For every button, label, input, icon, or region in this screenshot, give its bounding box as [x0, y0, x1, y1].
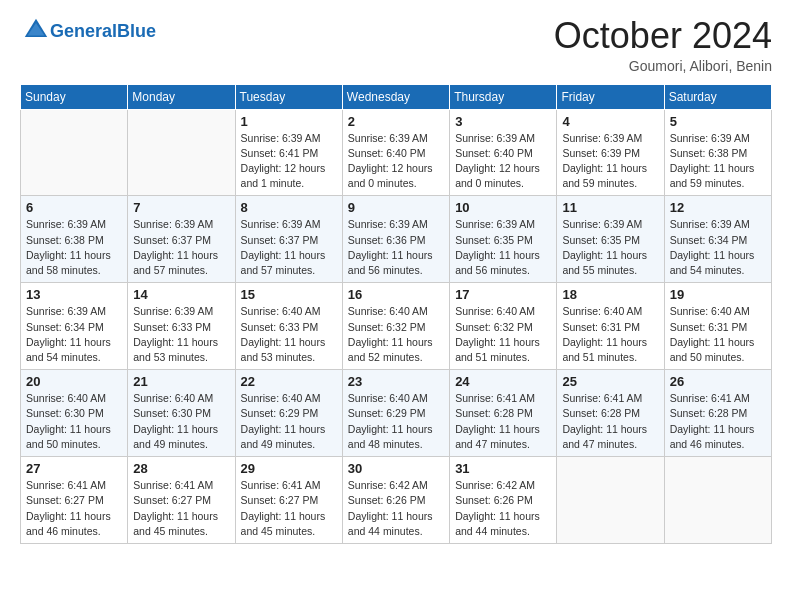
calendar-cell: [21, 109, 128, 196]
day-info: Sunrise: 6:41 AMSunset: 6:28 PMDaylight:…: [562, 391, 658, 452]
day-number: 11: [562, 200, 658, 215]
day-number: 4: [562, 114, 658, 129]
day-number: 20: [26, 374, 122, 389]
calendar-cell: 3Sunrise: 6:39 AMSunset: 6:40 PMDaylight…: [450, 109, 557, 196]
calendar-header-thursday: Thursday: [450, 84, 557, 109]
day-info: Sunrise: 6:39 AMSunset: 6:35 PMDaylight:…: [562, 217, 658, 278]
day-number: 18: [562, 287, 658, 302]
calendar-cell: 15Sunrise: 6:40 AMSunset: 6:33 PMDayligh…: [235, 283, 342, 370]
day-number: 8: [241, 200, 337, 215]
day-number: 16: [348, 287, 444, 302]
calendar-cell: 21Sunrise: 6:40 AMSunset: 6:30 PMDayligh…: [128, 370, 235, 457]
day-info: Sunrise: 6:39 AMSunset: 6:40 PMDaylight:…: [455, 131, 551, 192]
calendar-cell: 27Sunrise: 6:41 AMSunset: 6:27 PMDayligh…: [21, 457, 128, 544]
calendar-table: SundayMondayTuesdayWednesdayThursdayFrid…: [20, 84, 772, 544]
calendar-cell: [128, 109, 235, 196]
day-info: Sunrise: 6:41 AMSunset: 6:27 PMDaylight:…: [241, 478, 337, 539]
day-number: 7: [133, 200, 229, 215]
logo-text: GeneralBlue: [50, 22, 156, 42]
day-info: Sunrise: 6:40 AMSunset: 6:32 PMDaylight:…: [455, 304, 551, 365]
day-info: Sunrise: 6:39 AMSunset: 6:38 PMDaylight:…: [26, 217, 122, 278]
logo: GeneralBlue: [20, 16, 156, 48]
day-number: 23: [348, 374, 444, 389]
day-number: 31: [455, 461, 551, 476]
calendar-cell: 4Sunrise: 6:39 AMSunset: 6:39 PMDaylight…: [557, 109, 664, 196]
day-number: 24: [455, 374, 551, 389]
calendar-header-sunday: Sunday: [21, 84, 128, 109]
day-info: Sunrise: 6:40 AMSunset: 6:33 PMDaylight:…: [241, 304, 337, 365]
day-info: Sunrise: 6:39 AMSunset: 6:38 PMDaylight:…: [670, 131, 766, 192]
day-number: 13: [26, 287, 122, 302]
calendar-cell: 16Sunrise: 6:40 AMSunset: 6:32 PMDayligh…: [342, 283, 449, 370]
calendar-week-row: 27Sunrise: 6:41 AMSunset: 6:27 PMDayligh…: [21, 457, 772, 544]
calendar-cell: 22Sunrise: 6:40 AMSunset: 6:29 PMDayligh…: [235, 370, 342, 457]
calendar-week-row: 6Sunrise: 6:39 AMSunset: 6:38 PMDaylight…: [21, 196, 772, 283]
calendar-cell: 6Sunrise: 6:39 AMSunset: 6:38 PMDaylight…: [21, 196, 128, 283]
day-number: 26: [670, 374, 766, 389]
logo-general: General: [50, 21, 117, 41]
day-number: 6: [26, 200, 122, 215]
day-number: 1: [241, 114, 337, 129]
day-info: Sunrise: 6:39 AMSunset: 6:34 PMDaylight:…: [26, 304, 122, 365]
day-info: Sunrise: 6:40 AMSunset: 6:32 PMDaylight:…: [348, 304, 444, 365]
day-info: Sunrise: 6:41 AMSunset: 6:28 PMDaylight:…: [670, 391, 766, 452]
calendar-cell: 26Sunrise: 6:41 AMSunset: 6:28 PMDayligh…: [664, 370, 771, 457]
calendar-cell: 24Sunrise: 6:41 AMSunset: 6:28 PMDayligh…: [450, 370, 557, 457]
day-number: 27: [26, 461, 122, 476]
calendar-cell: 25Sunrise: 6:41 AMSunset: 6:28 PMDayligh…: [557, 370, 664, 457]
calendar-cell: 2Sunrise: 6:39 AMSunset: 6:40 PMDaylight…: [342, 109, 449, 196]
day-info: Sunrise: 6:39 AMSunset: 6:40 PMDaylight:…: [348, 131, 444, 192]
day-number: 3: [455, 114, 551, 129]
day-number: 25: [562, 374, 658, 389]
day-info: Sunrise: 6:39 AMSunset: 6:39 PMDaylight:…: [562, 131, 658, 192]
calendar-cell: [557, 457, 664, 544]
day-info: Sunrise: 6:39 AMSunset: 6:41 PMDaylight:…: [241, 131, 337, 192]
day-number: 19: [670, 287, 766, 302]
day-info: Sunrise: 6:40 AMSunset: 6:31 PMDaylight:…: [562, 304, 658, 365]
calendar-header-wednesday: Wednesday: [342, 84, 449, 109]
day-number: 10: [455, 200, 551, 215]
day-number: 22: [241, 374, 337, 389]
day-number: 21: [133, 374, 229, 389]
calendar-header-saturday: Saturday: [664, 84, 771, 109]
day-number: 14: [133, 287, 229, 302]
day-info: Sunrise: 6:40 AMSunset: 6:29 PMDaylight:…: [241, 391, 337, 452]
calendar-cell: 7Sunrise: 6:39 AMSunset: 6:37 PMDaylight…: [128, 196, 235, 283]
calendar-week-row: 20Sunrise: 6:40 AMSunset: 6:30 PMDayligh…: [21, 370, 772, 457]
calendar-cell: 13Sunrise: 6:39 AMSunset: 6:34 PMDayligh…: [21, 283, 128, 370]
calendar-week-row: 13Sunrise: 6:39 AMSunset: 6:34 PMDayligh…: [21, 283, 772, 370]
day-info: Sunrise: 6:39 AMSunset: 6:35 PMDaylight:…: [455, 217, 551, 278]
calendar-cell: 23Sunrise: 6:40 AMSunset: 6:29 PMDayligh…: [342, 370, 449, 457]
calendar-week-row: 1Sunrise: 6:39 AMSunset: 6:41 PMDaylight…: [21, 109, 772, 196]
calendar-header-monday: Monday: [128, 84, 235, 109]
day-number: 15: [241, 287, 337, 302]
day-info: Sunrise: 6:40 AMSunset: 6:31 PMDaylight:…: [670, 304, 766, 365]
header: GeneralBlue October 2024 Goumori, Alibor…: [20, 16, 772, 74]
calendar-cell: 1Sunrise: 6:39 AMSunset: 6:41 PMDaylight…: [235, 109, 342, 196]
calendar-header-row: SundayMondayTuesdayWednesdayThursdayFrid…: [21, 84, 772, 109]
calendar-cell: 17Sunrise: 6:40 AMSunset: 6:32 PMDayligh…: [450, 283, 557, 370]
title-block: October 2024 Goumori, Alibori, Benin: [554, 16, 772, 74]
logo-icon: [22, 16, 50, 44]
calendar-cell: 5Sunrise: 6:39 AMSunset: 6:38 PMDaylight…: [664, 109, 771, 196]
day-info: Sunrise: 6:40 AMSunset: 6:30 PMDaylight:…: [26, 391, 122, 452]
calendar-cell: 29Sunrise: 6:41 AMSunset: 6:27 PMDayligh…: [235, 457, 342, 544]
calendar-cell: 20Sunrise: 6:40 AMSunset: 6:30 PMDayligh…: [21, 370, 128, 457]
day-info: Sunrise: 6:39 AMSunset: 6:37 PMDaylight:…: [133, 217, 229, 278]
month-title: October 2024: [554, 16, 772, 56]
day-info: Sunrise: 6:39 AMSunset: 6:36 PMDaylight:…: [348, 217, 444, 278]
day-number: 5: [670, 114, 766, 129]
calendar-cell: 19Sunrise: 6:40 AMSunset: 6:31 PMDayligh…: [664, 283, 771, 370]
calendar-cell: 30Sunrise: 6:42 AMSunset: 6:26 PMDayligh…: [342, 457, 449, 544]
day-info: Sunrise: 6:41 AMSunset: 6:27 PMDaylight:…: [133, 478, 229, 539]
calendar-cell: 12Sunrise: 6:39 AMSunset: 6:34 PMDayligh…: [664, 196, 771, 283]
day-number: 30: [348, 461, 444, 476]
day-info: Sunrise: 6:41 AMSunset: 6:27 PMDaylight:…: [26, 478, 122, 539]
calendar-cell: 10Sunrise: 6:39 AMSunset: 6:35 PMDayligh…: [450, 196, 557, 283]
calendar-cell: 8Sunrise: 6:39 AMSunset: 6:37 PMDaylight…: [235, 196, 342, 283]
logo-blue: Blue: [117, 21, 156, 41]
location: Goumori, Alibori, Benin: [554, 58, 772, 74]
calendar-cell: 9Sunrise: 6:39 AMSunset: 6:36 PMDaylight…: [342, 196, 449, 283]
calendar-cell: 28Sunrise: 6:41 AMSunset: 6:27 PMDayligh…: [128, 457, 235, 544]
day-info: Sunrise: 6:39 AMSunset: 6:37 PMDaylight:…: [241, 217, 337, 278]
